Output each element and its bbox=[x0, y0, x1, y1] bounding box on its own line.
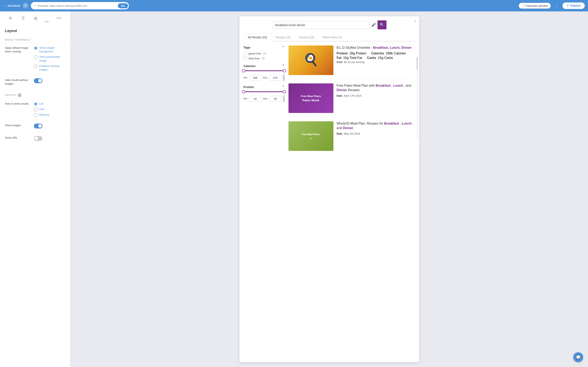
result-meta-cost: Cost $2.42 per serving bbox=[337, 60, 414, 64]
back-arrow-icon: ← bbox=[3, 4, 7, 8]
protein-go-button[interactable]: › bbox=[283, 95, 285, 102]
calories-range-track bbox=[243, 70, 285, 71]
apply-default-image-control: Show striped background Show placeholder… bbox=[34, 46, 65, 72]
sidebar-icon-grid[interactable]: ⁤ bbox=[45, 15, 49, 22]
preview-tabs: All Results (22) Recipes (2) Articles (1… bbox=[243, 33, 415, 42]
show-url-label: Show URL bbox=[5, 136, 31, 140]
preview-close-button[interactable]: × bbox=[414, 19, 416, 24]
paleo-image: Free Meal Plans Paleo Week bbox=[288, 83, 333, 113]
header: ← GO BACK ? ✕ Go ⛶ Fullscreen preview ⋮ … bbox=[0, 0, 588, 11]
url-clear-icon[interactable]: ✕ bbox=[34, 4, 36, 7]
whole30-title-dinner: Dinner bbox=[343, 126, 354, 130]
results-scroll: 🍳 B.L.D Stuffed Omelette - Breakfast, Lu… bbox=[288, 45, 415, 168]
gluten-free-count: (1) bbox=[263, 52, 266, 55]
preview-search-input[interactable] bbox=[272, 21, 370, 29]
radio-striped-label: Show striped background bbox=[39, 46, 65, 53]
calories-max-thumb[interactable] bbox=[283, 69, 286, 72]
preview-search-bar: 🎤 🔍 bbox=[272, 20, 387, 29]
tags-filter-header: Tags ⌃ bbox=[243, 45, 285, 49]
radio-masonry-item[interactable]: Masonry bbox=[34, 113, 65, 117]
fullscreen-preview-button[interactable]: ⛶ Fullscreen preview bbox=[519, 3, 551, 8]
tags-collapse-icon[interactable]: ⌃ bbox=[282, 45, 285, 49]
help-button[interactable]: ? bbox=[23, 3, 28, 8]
fullscreen-label: Fullscreen preview bbox=[526, 4, 548, 7]
main-layout: ⚙ ☰ ▤ ⁤ </> Layout RESULT THUMBNAILS App… bbox=[0, 11, 588, 367]
radio-grid-item[interactable]: Grid bbox=[34, 108, 65, 111]
calories-filter-section: Calories ⌃ Min bbox=[243, 64, 285, 81]
url-input[interactable] bbox=[38, 4, 116, 7]
hide-results-toggle[interactable] bbox=[34, 78, 43, 83]
tab-menu-items[interactable]: Menu Items (4) bbox=[319, 33, 346, 42]
desktop-help-icon[interactable]: ? bbox=[18, 93, 21, 97]
preview-search-button[interactable]: 🔍 bbox=[378, 20, 387, 29]
preview-mic-button[interactable]: 🎤 bbox=[371, 23, 376, 27]
whole30-thumb-text: Free Meal Plans 🥗 bbox=[302, 133, 320, 139]
dairy-free-label: dairy-free bbox=[249, 57, 260, 60]
result-item-whole30: Free Meal Plans 🥗 Whole30 Meal Plan: Rec… bbox=[288, 121, 414, 155]
show-url-toggle[interactable] bbox=[34, 136, 43, 141]
radio-placeholder-item[interactable]: Show placeholder image bbox=[34, 55, 65, 62]
filter-dairy-free: dairy-free (2) bbox=[243, 57, 285, 60]
tab-all-results[interactable]: All Results (22) bbox=[243, 33, 272, 42]
radio-grid-input[interactable] bbox=[34, 108, 38, 111]
result-meta-calories: Calories 298k Calories bbox=[371, 52, 406, 55]
calories-go-button[interactable]: › bbox=[283, 75, 285, 81]
radio-list-input[interactable] bbox=[34, 102, 38, 106]
preview-card: × 🎤 🔍 All Results (22) Recipes (2) Artic… bbox=[240, 16, 419, 362]
radio-masonry-input[interactable] bbox=[34, 113, 38, 117]
radio-list-item[interactable]: List bbox=[34, 102, 65, 106]
show-url-control bbox=[34, 136, 65, 142]
result-title-omelette: B.L.D Stuffed Omelette - Breakfast, Lunc… bbox=[337, 45, 414, 50]
share-icon: ⋮ bbox=[555, 4, 558, 8]
protein-min-label: Min bbox=[243, 97, 247, 100]
calories-collapse-icon[interactable]: ⌃ bbox=[282, 64, 285, 68]
results-panel: 🍳 B.L.D Stuffed Omelette - Breakfast, Lu… bbox=[288, 45, 415, 168]
desktop-section-header: DESKTOP ? bbox=[0, 89, 70, 99]
tab-recipes[interactable]: Recipes (2) bbox=[271, 33, 295, 42]
show-images-row: Show images bbox=[5, 120, 65, 133]
preview-content: Tags ⌃ gluten-free (1) dairy-free (2) bbox=[243, 45, 415, 168]
show-images-toggle[interactable] bbox=[34, 124, 43, 128]
close-icon: × bbox=[414, 19, 416, 23]
protein-min-input[interactable] bbox=[249, 96, 261, 102]
radio-placeholder-input[interactable] bbox=[34, 55, 38, 59]
calories-min-thumb[interactable] bbox=[242, 69, 245, 72]
radio-collapse-input[interactable] bbox=[34, 64, 38, 68]
paleo-title-lunch: Lunch bbox=[393, 84, 403, 87]
go-back-button[interactable]: ← GO BACK bbox=[3, 4, 20, 8]
protein-filter-header: Protein ⌃ bbox=[243, 85, 285, 89]
protein-filter-section: Protein ⌃ Min bbox=[243, 85, 285, 102]
gluten-free-label: gluten-free bbox=[249, 52, 261, 55]
publish-button[interactable]: ⇧ Publish bbox=[562, 2, 585, 9]
calories-range-slider bbox=[243, 70, 285, 71]
radio-collapse-item[interactable]: Collapse missing images bbox=[34, 64, 65, 72]
chat-bubble-button[interactable]: 💬 bbox=[573, 352, 583, 362]
scroll-thumb[interactable] bbox=[417, 57, 417, 69]
tab-articles[interactable]: Articles (16) bbox=[295, 33, 319, 42]
protein-collapse-icon[interactable]: ⌃ bbox=[282, 85, 285, 89]
dairy-free-checkbox[interactable] bbox=[243, 57, 247, 60]
go-button[interactable]: Go bbox=[118, 3, 128, 8]
sidebar-icon-table[interactable]: ▤ bbox=[32, 15, 39, 22]
sidebar-icon-list[interactable]: ☰ bbox=[19, 15, 27, 22]
radio-striped-item[interactable]: Show striped background bbox=[34, 46, 65, 53]
protein-max-input[interactable] bbox=[269, 96, 282, 102]
preview-area: × 🎤 🔍 All Results (22) Recipes (2) Artic… bbox=[70, 11, 588, 367]
result-item-paleo: Free Meal Plans Paleo Week Free Paleo Me… bbox=[288, 83, 414, 117]
share-button[interactable]: ⋮ bbox=[553, 3, 560, 9]
gluten-free-checkbox[interactable] bbox=[243, 52, 247, 55]
result-meta-omelette: Protein 26g Protein Calories 298k Calori… bbox=[337, 52, 414, 55]
show-url-slider bbox=[34, 136, 43, 141]
protein-min-thumb[interactable] bbox=[242, 90, 245, 93]
protein-range-fill bbox=[243, 91, 285, 92]
calories-max-input[interactable] bbox=[269, 75, 282, 81]
result-meta-protein: Protein 26g Protein bbox=[337, 52, 366, 55]
calories-min-input[interactable] bbox=[249, 75, 261, 81]
show-images-control bbox=[34, 124, 65, 129]
protein-max-thumb[interactable] bbox=[283, 90, 286, 93]
sidebar-icon-gear[interactable]: ⚙ bbox=[7, 15, 14, 22]
sidebar-icon-code[interactable]: </> bbox=[54, 15, 63, 22]
result-meta-carbs: Carbs 15g Carbs bbox=[367, 56, 393, 60]
dairy-free-count: (2) bbox=[261, 57, 265, 60]
radio-striped-input[interactable] bbox=[34, 46, 38, 50]
